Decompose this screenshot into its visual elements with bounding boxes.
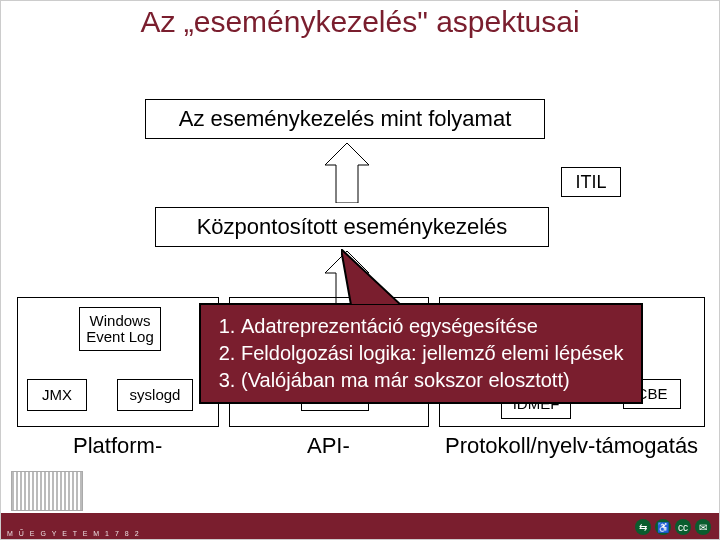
- arrow-up-1: [325, 143, 369, 203]
- box-central: Központosított eseménykezelés: [155, 207, 549, 247]
- label-api: API-: [307, 433, 350, 459]
- box-jmx: JMX: [27, 379, 87, 411]
- callout-pointer: [341, 249, 401, 305]
- box-process: Az eseménykezelés mint folyamat: [145, 99, 545, 139]
- footer-icons: ⇆ ♿ cc ✉: [635, 519, 711, 535]
- svg-marker-0: [325, 143, 369, 203]
- footer-icon-2: ♿: [655, 519, 671, 535]
- footer-icon-4: ✉: [695, 519, 711, 535]
- box-syslogd: syslogd: [117, 379, 193, 411]
- slide-title: Az „eseménykezelés" aspektusai: [1, 5, 719, 53]
- callout-item-2: Feldolgozási logika: jellemző elemi lépé…: [241, 340, 627, 367]
- slide-logo: [11, 471, 83, 511]
- label-platform: Platform-: [73, 433, 162, 459]
- box-winlog: Windows Event Log: [79, 307, 161, 351]
- label-proto: Protokoll/nyelv-támogatás: [445, 433, 698, 459]
- callout-central: Adatreprezentáció egységesítése Feldolgo…: [199, 303, 643, 404]
- callout-item-1: Adatreprezentáció egységesítése: [241, 313, 627, 340]
- svg-marker-2: [341, 249, 401, 305]
- footer-icon-3: cc: [675, 519, 691, 535]
- footer-icon-1: ⇆: [635, 519, 651, 535]
- callout-item-3: (Valójában ma már sokszor elosztott): [241, 367, 627, 394]
- callout-list: Adatreprezentáció egységesítése Feldolgo…: [215, 313, 627, 394]
- box-itil: ITIL: [561, 167, 621, 197]
- footer-left-text: M Ű E G Y E T E M 1 7 8 2: [7, 530, 141, 537]
